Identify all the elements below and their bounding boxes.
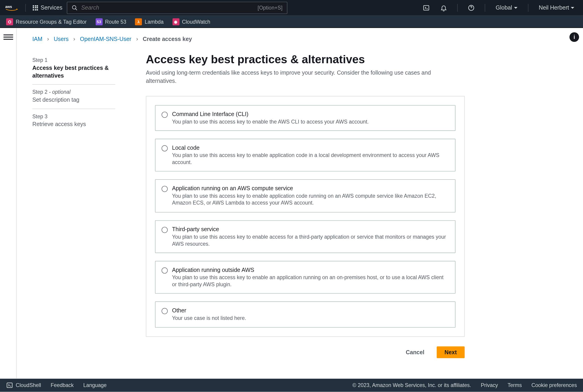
account-label: Neil Herbert [539,4,569,11]
services-label: Services [41,4,62,11]
search-input[interactable] [81,4,254,11]
region-selector[interactable]: Global [492,4,521,11]
shortcut-label: Lambda [145,18,163,24]
help-rail: i [565,28,583,379]
step-title: Access key best practices & alternatives [32,64,115,80]
service-icon: ⌬ [6,18,13,25]
radio-icon [162,112,168,118]
service-icon: ◉ [172,18,179,25]
shortcuts-bar: ⌬ Resource Groups & Tag Editor 53 Route … [0,16,583,28]
next-button[interactable]: Next [437,346,465,358]
divider [485,4,485,12]
chevron-right-icon [135,37,139,41]
shortcut-resource-groups[interactable]: ⌬ Resource Groups & Tag Editor [6,18,87,25]
radio-icon [162,267,168,274]
help-panel-toggle[interactable]: i [569,32,579,42]
option-title: Application running on an AWS compute se… [172,185,449,192]
region-label: Global [496,4,512,11]
page-title: Access key best practices & alternatives [146,53,465,66]
cloudshell-button[interactable]: CloudShell [6,382,41,389]
divider [528,4,528,12]
wizard-step-2[interactable]: Step 2 - optional Set description tag [32,85,115,109]
shortcut-label: Resource Groups & Tag Editor [16,18,87,24]
option-description: You plan to use this access key to enabl… [172,192,449,206]
radio-icon [162,186,168,192]
notifications-icon[interactable] [437,1,450,14]
services-menu-button[interactable]: Services [33,4,62,11]
option-title: Local code [172,144,449,151]
search-box[interactable]: [Option+S] [67,2,287,14]
form-panel: Access key best practices & alternatives… [146,53,465,358]
cookie-preferences-link[interactable]: Cookie preferences [531,382,577,388]
option-outside-aws[interactable]: Application running outside AWS You plan… [155,261,455,294]
radio-icon [162,308,168,314]
option-other[interactable]: Other Your use case is not listed here. [155,302,455,328]
caret-down-icon [514,7,517,9]
step-label: Step 1 [32,57,115,63]
option-third-party[interactable]: Third-party service You plan to use this… [155,220,455,253]
copyright-text: © 2023, Amazon Web Services, Inc. or its… [353,382,471,388]
option-description: You plan to use this access key to enabl… [172,274,449,288]
option-description: You plan to use this access key to enabl… [172,233,449,247]
option-title: Other [172,307,246,314]
shortcut-label: CloudWatch [182,18,210,24]
svg-point-1 [72,5,76,9]
option-description: Your use case is not listed here. [172,315,246,322]
wizard-step-3[interactable]: Step 3 Retrieve access keys [32,109,115,133]
chevron-right-icon [46,37,50,41]
grid-icon [33,5,38,10]
account-menu[interactable]: Neil Herbert [535,4,578,11]
cloudshell-icon[interactable] [420,1,433,14]
main-content: IAM Users OpenIAM-SNS-User Create access… [17,28,565,379]
feedback-link[interactable]: Feedback [51,382,74,388]
privacy-link[interactable]: Privacy [481,382,498,388]
breadcrumb: IAM Users OpenIAM-SNS-User Create access… [32,36,550,42]
option-title: Application running outside AWS [172,267,449,273]
wizard-steps: Step 1 Access key best practices & alter… [32,53,115,358]
step-label: Step 3 [32,113,115,120]
caret-down-icon [571,7,574,9]
step-title: Retrieve access keys [32,120,115,128]
step-title: Set description tag [32,96,115,104]
breadcrumb-link-users[interactable]: Users [54,36,69,42]
wizard-step-1[interactable]: Step 1 Access key best practices & alter… [32,53,115,85]
aws-logo[interactable]: aws [5,4,19,12]
cancel-button[interactable]: Cancel [398,346,432,358]
chevron-right-icon [72,37,77,41]
radio-icon [162,226,168,233]
search-shortcut-hint: [Option+S] [257,4,282,11]
language-link[interactable]: Language [83,382,107,388]
breadcrumb-current: Create access key [143,36,192,42]
use-case-options: Command Line Interface (CLI) You plan to… [146,96,465,336]
option-aws-compute[interactable]: Application running on an AWS compute se… [155,180,455,212]
radio-icon [162,145,168,151]
form-actions: Cancel Next [146,346,465,358]
shortcut-lambda[interactable]: λ Lambda [135,18,163,25]
breadcrumb-link-iam[interactable]: IAM [32,36,42,42]
shortcut-cloudwatch[interactable]: ◉ CloudWatch [172,18,210,25]
option-cli[interactable]: Command Line Interface (CLI) You plan to… [155,105,455,131]
svg-text:aws: aws [5,4,12,8]
shortcut-route53[interactable]: 53 Route 53 [95,18,126,25]
option-title: Third-party service [172,226,449,232]
terms-link[interactable]: Terms [508,382,522,388]
footer: CloudShell Feedback Language © 2023, Ama… [0,378,583,392]
option-description: You plan to use this access key to enabl… [172,118,369,125]
collapsed-sidebar [0,28,17,379]
service-icon: 53 [95,18,103,25]
divider [25,4,26,12]
cloudshell-label: CloudShell [16,382,41,388]
search-icon [72,4,78,11]
option-local-code[interactable]: Local code You plan to use this access k… [155,139,455,172]
step-label: Step 2 - optional [32,89,115,95]
divider [457,4,458,12]
shortcut-label: Route 53 [105,18,126,24]
service-icon: λ [135,18,142,25]
expand-sidebar-button[interactable] [3,32,13,42]
breadcrumb-link-user[interactable]: OpenIAM-SNS-User [80,36,131,42]
option-description: You plan to use this access key to enabl… [172,152,449,166]
help-icon[interactable] [465,1,478,14]
page-subtitle: Avoid using long-term credentials like a… [146,69,434,85]
top-nav: aws Services [Option+S] Global N [0,0,583,16]
option-title: Command Line Interface (CLI) [172,110,369,117]
